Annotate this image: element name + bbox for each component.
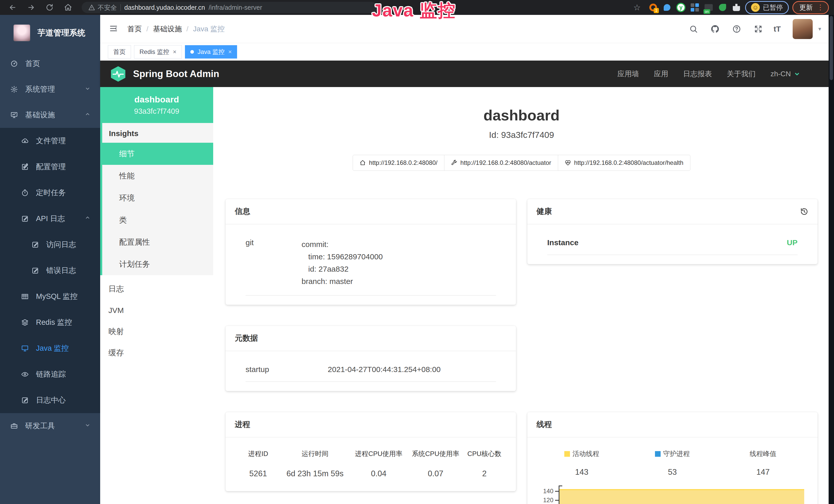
sidebar-item-dev-tools[interactable]: 研发工具	[0, 413, 100, 439]
avatar[interactable]	[793, 19, 813, 39]
edit-icon	[31, 267, 39, 274]
tab-redis-monitor[interactable]: Redis 监控 ×	[134, 45, 182, 59]
sba-menu-config-props[interactable]: 配置属性	[102, 231, 213, 253]
scrollbar-thumb[interactable]	[830, 16, 833, 80]
sidebar-item-access-log[interactable]: 访问日志	[0, 232, 100, 257]
sba-menu-jvm[interactable]: JVM	[100, 300, 213, 321]
github-icon[interactable]	[709, 23, 721, 35]
page-scrollbar[interactable]	[829, 15, 834, 504]
hamburger-icon[interactable]	[109, 24, 118, 34]
sba-menu-classes[interactable]: 类	[102, 209, 213, 231]
sidebar-item-mysql-monitor[interactable]: MySQL 监控	[0, 283, 100, 310]
service-url-button[interactable]: http://192.168.0.2:48080/	[353, 155, 444, 171]
sidebar-item-label: 错误日志	[46, 266, 76, 276]
actuator-url-button[interactable]: http://192.168.0.2:48080/actuator	[444, 155, 558, 171]
startup-row: startup 2021-04-27T00:44:31.254+08:00	[245, 356, 496, 382]
history-icon[interactable]	[800, 207, 808, 216]
reload-icon[interactable]	[42, 2, 57, 13]
forward-icon[interactable]	[24, 2, 39, 13]
actuator-url: http://192.168.0.2:48080/actuator	[460, 159, 551, 166]
close-icon[interactable]: ×	[173, 48, 176, 55]
sba-menu-caches[interactable]: 缓存	[100, 342, 213, 364]
url-host: dashboard.yudao.iocoder.cn	[124, 4, 205, 11]
address-bar[interactable]: 不安全 dashboard.yudao.iocoder.cn/infra/adm…	[82, 2, 377, 13]
sidebar-item-api-log[interactable]: API 日志	[0, 206, 100, 232]
sidebar-item-label: API 日志	[36, 214, 65, 224]
update-button[interactable]: 更新 ⋮	[792, 1, 829, 14]
sba-menu-logs[interactable]: 日志	[100, 278, 213, 300]
sidebar-item-config-manage[interactable]: 配置管理	[0, 154, 100, 180]
health-url-button[interactable]: http://192.168.0.2:48080/actuator/health	[558, 155, 690, 171]
help-icon[interactable]	[730, 23, 743, 35]
extension-badge: 1	[654, 8, 659, 13]
user-menu[interactable]: ▾	[793, 19, 821, 39]
extension-icon-5[interactable]: on	[704, 2, 714, 13]
tab-java-monitor[interactable]: Java 监控 ×	[185, 45, 237, 59]
sba-menu-mappings[interactable]: 映射	[100, 321, 213, 342]
cloud-upload-icon	[21, 137, 29, 145]
threads-legend: 活动线程 守护进程 线程峰值	[536, 449, 809, 458]
extensions-puzzle-icon[interactable]	[731, 2, 742, 13]
health-instance-row: Instance UP	[547, 229, 798, 255]
briefcase-icon	[10, 422, 18, 430]
app-logo-row[interactable]: 芋道管理系统	[0, 15, 100, 51]
paused-label: 已暂停	[763, 3, 783, 12]
sba-brand[interactable]: Spring Boot Admin	[110, 66, 219, 82]
sba-nav-about[interactable]: 关于我们	[727, 69, 756, 79]
sba-menu-environment[interactable]: 环境	[102, 187, 213, 209]
extension-icon-3[interactable]: y	[676, 2, 686, 13]
process-card-header: 进程	[225, 412, 516, 437]
sidebar-item-infra[interactable]: 基础设施	[0, 102, 100, 128]
sba-menu-scheduled-tasks[interactable]: 计划任务	[102, 253, 213, 275]
daemon-threads-value: 53	[627, 467, 718, 477]
layers-icon	[21, 319, 29, 326]
sidebar-item-label: 配置管理	[36, 162, 66, 172]
insights-group: Insights 细节 性能 环境 类 配置属性 计划任务	[100, 123, 213, 275]
sidebar-item-error-log[interactable]: 错误日志	[0, 257, 100, 283]
col-cpu-cores: CPU核心数	[464, 449, 505, 458]
legend-label: 线程峰值	[750, 449, 776, 458]
bookmark-star-icon[interactable]: ☆	[630, 2, 644, 13]
sidebar-item-log-center[interactable]: 日志中心	[0, 387, 100, 413]
instance-header[interactable]: dashboard 93a3fc7f7409	[100, 87, 213, 123]
breadcrumb-infra[interactable]: 基础设施	[153, 24, 182, 34]
close-icon[interactable]: ×	[228, 48, 232, 55]
sba-locale-select[interactable]: zh-CN	[771, 70, 800, 78]
chevron-down-icon	[84, 85, 91, 94]
locale-value: zh-CN	[771, 70, 791, 78]
back-icon[interactable]	[5, 2, 20, 13]
legend-live-threads: 活动线程	[536, 449, 627, 458]
sba-nav-applications[interactable]: 应用	[654, 69, 668, 79]
extension-icon-6[interactable]	[717, 2, 728, 13]
timer-icon	[21, 189, 29, 197]
extension-icon-4[interactable]	[690, 2, 700, 13]
table-icon	[21, 293, 29, 300]
search-icon[interactable]	[687, 23, 700, 35]
sba-sidebar: dashboard 93a3fc7f7409 Insights 细节 性能 环境…	[100, 87, 213, 504]
home-nav-icon[interactable]	[61, 2, 75, 13]
app-title: 芋道管理系统	[38, 27, 85, 38]
sidebar-item-redis-monitor[interactable]: Redis 监控	[0, 310, 100, 335]
sidebar-item-system[interactable]: 系统管理	[0, 76, 100, 102]
wrench-icon	[451, 160, 457, 166]
extension-icon-2[interactable]	[662, 2, 672, 13]
sidebar-item-tracing[interactable]: 链路追踪	[0, 361, 100, 387]
extension-icon-1[interactable]: 1	[648, 2, 658, 13]
sidebar-item-home[interactable]: 首页	[0, 51, 100, 76]
sidebar-item-file-manage[interactable]: 文件管理	[0, 128, 100, 154]
sba-menu-performance[interactable]: 性能	[102, 165, 213, 187]
browser-menu-icon[interactable]: ⋮	[817, 5, 824, 10]
breadcrumb-home[interactable]: 首页	[127, 24, 142, 34]
sba-nav-journal[interactable]: 日志报表	[683, 69, 712, 79]
sba-menu-details[interactable]: 细节	[102, 143, 213, 165]
text-size-icon[interactable]: tT	[774, 25, 781, 33]
security-warning[interactable]: 不安全	[88, 3, 117, 12]
sidebar-item-java-monitor[interactable]: Java 监控	[0, 335, 100, 361]
tab-home[interactable]: 首页	[108, 45, 131, 59]
sba-nav-wallboard[interactable]: 应用墙	[617, 69, 639, 79]
health-card: 健康 Instance UP	[527, 199, 818, 264]
fullscreen-icon[interactable]	[752, 23, 764, 35]
sidebar-item-label: 基础设施	[25, 110, 55, 120]
sidebar-item-scheduled-jobs[interactable]: 定时任务	[0, 180, 100, 206]
profile-paused-chip[interactable]: ☺ 已暂停	[745, 1, 789, 14]
